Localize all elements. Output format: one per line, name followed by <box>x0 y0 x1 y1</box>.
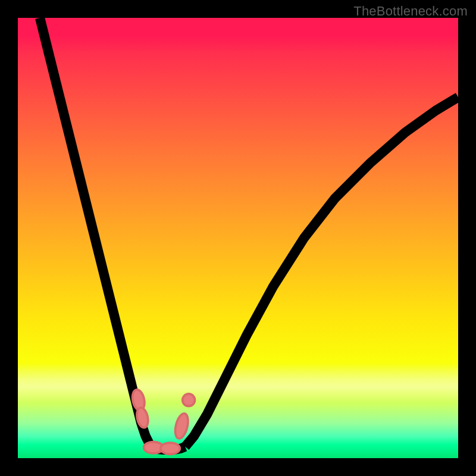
floor-pill-2 <box>161 443 180 454</box>
watermark-text: TheBottleneck.com <box>353 4 468 19</box>
frame: TheBottleneck.com <box>0 0 476 476</box>
right-upper-dot <box>183 394 195 406</box>
right-lower-pill <box>173 412 190 440</box>
right-curve <box>185 97 458 447</box>
plot-area <box>18 18 458 458</box>
chart-svg <box>18 18 458 458</box>
left-curve <box>40 18 154 449</box>
